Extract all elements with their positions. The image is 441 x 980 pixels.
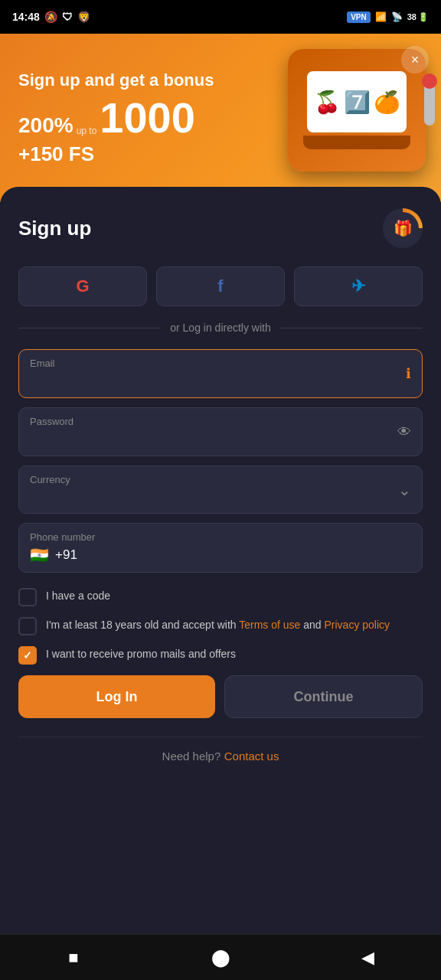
form-title: Sign up — [18, 217, 91, 240]
status-bar: 14:48 🔕 🛡 🦁 VPN 📶 📡 38 🔋 — [0, 0, 441, 34]
promo-checkbox[interactable] — [18, 646, 37, 665]
status-left: 14:48 🔕 🛡 🦁 — [12, 11, 90, 23]
close-icon: × — [411, 52, 420, 68]
code-checkbox-label: I have a code — [46, 588, 423, 604]
slot-lever — [424, 80, 435, 126]
code-checkbox-group: I have a code — [18, 588, 423, 606]
code-checkbox[interactable] — [18, 588, 37, 606]
bonus-fs: +150 FS — [18, 142, 423, 166]
india-flag-icon: 🇮🇳 — [30, 546, 49, 564]
privacy-link[interactable]: Privacy policy — [325, 619, 390, 631]
wifi-icon: 📡 — [391, 11, 403, 22]
phone-label: Phone number — [30, 531, 411, 543]
facebook-signin-button[interactable]: f — [156, 266, 285, 306]
gift-button[interactable]: 🎁 — [383, 208, 423, 248]
terms-checkbox-group: I'm at least 18 years old and accept wit… — [18, 617, 423, 635]
signup-form: Sign up 🎁 G f ✈ or Log in directly with … — [0, 187, 441, 934]
password-input[interactable] — [19, 408, 422, 456]
bonus-upto: up to — [77, 126, 97, 136]
nav-bar: ■ ⬤ ◀ — [0, 934, 441, 980]
notification-icon: 🔕 — [44, 11, 57, 23]
banner-close-button[interactable]: × — [401, 46, 429, 74]
vpn-badge: VPN — [347, 11, 371, 23]
signal-icon: 📶 — [375, 11, 387, 22]
promo-checkbox-group: I want to receive promo mails and offers — [18, 646, 423, 665]
bonus-title: Sign up and get a bonus — [18, 70, 423, 90]
password-group: Password 👁 — [18, 407, 423, 456]
shield-icon: 🛡 — [62, 11, 73, 23]
facebook-icon: f — [217, 276, 223, 296]
contact-us-link[interactable]: Contact us — [224, 750, 279, 763]
info-icon[interactable]: ℹ — [406, 365, 411, 382]
terms-checkbox-label: I'm at least 18 years old and accept wit… — [46, 617, 423, 633]
action-buttons: Log In Continue — [18, 675, 423, 718]
email-group: Email ℹ — [18, 349, 423, 398]
bonus-number: 1000 — [100, 96, 195, 139]
login-button[interactable]: Log In — [18, 675, 215, 718]
promo-checkbox-label: I want to receive promo mails and offers — [46, 646, 423, 662]
eye-icon[interactable]: 👁 — [397, 424, 411, 440]
bonus-banner: Sign up and get a bonus 200% up to 1000 … — [0, 34, 441, 202]
nav-home-button[interactable]: ⬤ — [198, 942, 243, 973]
currency-select-wrapper: Currency INR - Indian Rupee USD - US Dol… — [18, 466, 423, 514]
terms-checkbox[interactable] — [18, 617, 37, 635]
nav-back-button[interactable]: ◀ — [345, 942, 390, 973]
phone-code: +91 — [55, 547, 77, 563]
telegram-icon: ✈ — [351, 276, 365, 296]
brave-icon: 🦁 — [77, 11, 90, 23]
telegram-signin-button[interactable]: ✈ — [294, 266, 423, 306]
google-icon: G — [76, 276, 89, 296]
divider-text: or Log in directly with — [170, 322, 271, 334]
time: 14:48 — [12, 11, 40, 23]
bonus-content: Sign up and get a bonus 200% up to 1000 … — [18, 70, 423, 166]
bonus-amount: 200% up to 1000 — [18, 96, 423, 139]
battery-icon: 38 🔋 — [407, 12, 429, 22]
divider-line-right — [280, 328, 423, 328]
gift-icon: 🎁 — [387, 212, 419, 244]
google-signin-button[interactable]: G — [18, 266, 147, 306]
continue-button[interactable]: Continue — [224, 675, 423, 718]
status-right: VPN 📶 📡 38 🔋 — [347, 11, 429, 23]
phone-number-wrapper[interactable]: Phone number 🇮🇳 +91 — [18, 523, 423, 573]
password-input-wrapper: Password 👁 — [18, 407, 423, 456]
terms-link[interactable]: Terms of use — [239, 619, 300, 631]
email-input[interactable] — [19, 350, 422, 397]
form-header: Sign up 🎁 — [18, 208, 423, 248]
social-buttons: G f ✈ — [18, 266, 423, 306]
need-help-text: Need help? — [162, 750, 221, 763]
footer-help: Need help? Contact us — [18, 737, 423, 776]
nav-stop-button[interactable]: ■ — [51, 942, 96, 973]
currency-label: Currency — [30, 474, 70, 485]
phone-value: 🇮🇳 +91 — [30, 546, 411, 564]
divider-line-left — [18, 328, 161, 328]
divider: or Log in directly with — [18, 322, 423, 334]
bonus-percent: 200% — [18, 113, 74, 138]
currency-select[interactable]: INR - Indian Rupee USD - US Dollar EUR -… — [19, 466, 422, 513]
email-input-wrapper: Email ℹ — [18, 349, 423, 398]
